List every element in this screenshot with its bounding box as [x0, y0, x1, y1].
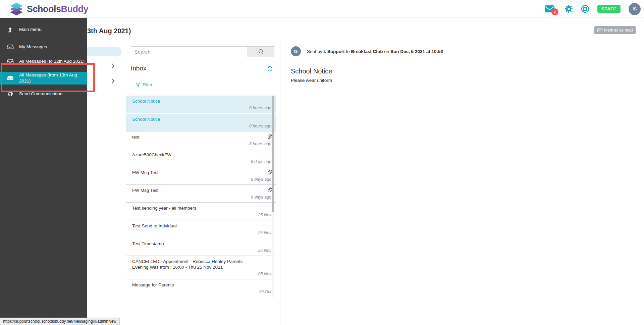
unread-count-badge: 2: [551, 8, 558, 15]
message-list-item[interactable]: School Notice 8 hours ago: [126, 113, 276, 131]
envelope-outline-icon: [597, 29, 602, 32]
settings-gear-icon[interactable]: [565, 5, 573, 13]
sidebar-item-1[interactable]: Main menu: [0, 24, 87, 35]
message-timestamp: 25 Nov: [132, 230, 271, 236]
refresh-icon[interactable]: [267, 66, 273, 72]
message-timestamp: 8 hours ago: [132, 123, 271, 129]
sidebar-item-5[interactable]: Send Communication: [0, 88, 87, 100]
message-title: Azure500CheckFW: [132, 152, 271, 158]
message-timestamp: 8 hours ago: [132, 105, 271, 111]
schoolsbuddy-logo[interactable]: SchoolsBuddy: [9, 2, 88, 16]
message-title: Message for Parents: [132, 282, 271, 288]
sidebar-menu: Main menu My Messages All Messages (to 1…: [0, 18, 87, 325]
message-timestamp: 25 Nov: [132, 212, 271, 218]
sender-avatar: IS: [291, 46, 301, 56]
message-list-item[interactable]: Test Timestamp 25 Nov: [126, 238, 276, 256]
meta-to: to: [345, 49, 351, 54]
inbox-icon: [6, 58, 14, 65]
message-title: test: [132, 134, 271, 140]
message-list-item[interactable]: Test sending year - all members 25 Nov: [126, 202, 276, 220]
message-title: FW Msg Test: [132, 170, 271, 175]
messages-page: 3th Aug 2021) Mark all as read Inbox: [0, 18, 644, 325]
message-list-item[interactable]: test 8 hours ago: [126, 131, 276, 149]
message-list: School Notice 8 hours ago School Notice …: [126, 96, 276, 297]
message-title: School Notice: [132, 116, 271, 122]
message-timestamp: 6 days ago: [132, 177, 271, 182]
inbox-icon: [6, 43, 14, 51]
message-list-item[interactable]: Test Send to Indvidual 25 Nov: [126, 220, 276, 238]
message-list-item[interactable]: FW Msg Test 6 days ago: [126, 184, 276, 202]
message-meta: Sent by I. Support to Breakfast Club on …: [307, 49, 443, 54]
filter-button[interactable]: Filter: [136, 82, 152, 87]
paperclip-attachment-icon: [267, 187, 272, 192]
message-timestamp: 05 Nov: [132, 271, 271, 277]
help-life-ring-icon[interactable]: [581, 5, 589, 13]
paperclip-attachment-icon: [267, 169, 272, 174]
meta-sent-by: Sent by: [307, 49, 324, 54]
meta-recipient: Breakfast Club: [351, 49, 383, 54]
message-timestamp: 29 Oct: [132, 289, 271, 295]
message-timestamp: 6 days ago: [132, 159, 271, 165]
sidebar-item-2[interactable]: My Messages: [0, 41, 87, 53]
meta-sender: I. Support: [324, 49, 345, 54]
message-body: Please wear uniform: [291, 78, 332, 83]
message-list-item[interactable]: CANCELLED - Appointment - Rebecca Henley…: [126, 256, 276, 279]
message-list-item[interactable]: Message for Parents 29 Oct: [126, 279, 276, 297]
message-title: School Notice: [132, 98, 271, 104]
message-timestamp: 25 Nov: [132, 248, 271, 254]
filter-label: Filter: [143, 82, 152, 87]
mark-all-as-read-label: Mark all as read: [604, 28, 633, 33]
message-list-item[interactable]: FW Msg Test 6 days ago: [126, 167, 276, 184]
underlying-nav-selected-pill[interactable]: [83, 47, 121, 56]
message-title: Test sending year - all members: [132, 205, 271, 211]
status-url-tooltip: https://supportschool.schoolsbuddy.net/M…: [0, 318, 120, 325]
logo-text: SchoolsBuddy: [27, 4, 88, 14]
message-subject: School Notice: [291, 67, 332, 75]
message-title: FW Msg Test: [132, 187, 271, 193]
search-input[interactable]: [131, 46, 248, 57]
search-icon: [258, 49, 264, 55]
chevron-right-icon[interactable]: [111, 78, 115, 84]
message-timestamp: 6 days ago: [132, 195, 271, 200]
inbox-section-title: Inbox: [131, 65, 146, 72]
sidebar-item-3[interactable]: All Messages (to 12th Aug 2021): [0, 56, 87, 67]
header-actions: 2: [545, 0, 641, 18]
message-title: CANCELLED - Appointment - Rebecca Henley…: [132, 259, 271, 270]
mark-all-as-read-button[interactable]: Mark all as read: [594, 26, 636, 34]
message-list-item[interactable]: School Notice 8 hours ago: [126, 96, 276, 113]
level-up-arrow-icon: [6, 26, 14, 33]
message-title: Test Send to Indvidual: [132, 223, 271, 229]
chevron-right-icon[interactable]: [111, 63, 115, 69]
list-scrollbar-thumb[interactable]: [272, 96, 274, 212]
sidebar-item-4[interactable]: All Messages (from 13th Aug 2021): [0, 72, 87, 85]
meta-on: on: [383, 49, 391, 54]
detail-header-divider: [284, 63, 639, 63]
message-list-item[interactable]: Azure500CheckFW 6 days ago: [126, 149, 276, 167]
search-button[interactable]: [248, 46, 274, 57]
megaphone-icon: [6, 90, 14, 98]
messages-envelope-icon[interactable]: 2: [545, 5, 554, 12]
title-divider: [0, 41, 644, 41]
app-header: SchoolsBuddy 2: [0, 0, 644, 18]
inbox-filled-icon: [6, 74, 14, 82]
staff-role-badge: STAFF: [597, 5, 621, 13]
meta-datetime: Sun Dec, 5 2021 at 10:53: [390, 49, 443, 54]
message-title: Test Timestamp: [132, 241, 271, 247]
list-detail-divider: [280, 41, 280, 325]
funnel-icon: [136, 83, 140, 87]
logo-diamonds-icon: [9, 2, 24, 16]
message-timestamp: 8 hours ago: [132, 141, 271, 147]
paperclip-attachment-icon: [267, 134, 272, 139]
user-avatar[interactable]: IS: [629, 3, 641, 15]
page-title: 3th Aug 2021): [87, 27, 131, 35]
